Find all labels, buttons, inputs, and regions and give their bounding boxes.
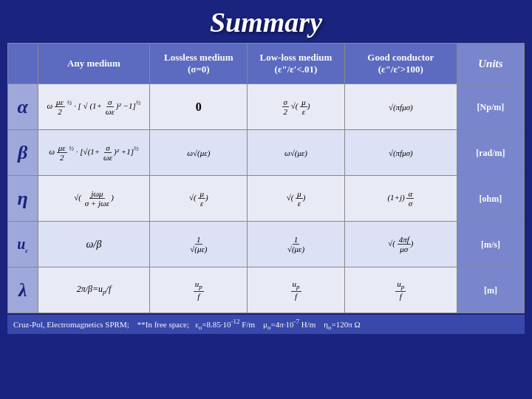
formula-lambda-any: 2π/β=up/f bbox=[38, 267, 150, 313]
units-lambda: [m] bbox=[457, 267, 524, 313]
header-good-conductor: Good conductor(ε"/ε'>100) bbox=[344, 44, 457, 84]
symbol-alpha: α bbox=[8, 84, 38, 130]
units-uc: [m/s] bbox=[457, 222, 524, 267]
header-lowloss: Low-loss medium(ε"/ε'<.01) bbox=[248, 44, 345, 84]
formula-eta-lowloss: √( μ ε ) bbox=[248, 176, 345, 222]
formula-beta-lowloss: ω√(με) bbox=[248, 130, 345, 176]
page-wrapper: Summary Any medium Lossless medium(σ=0) … bbox=[0, 0, 532, 399]
formula-lambda-lowloss: up f bbox=[248, 267, 345, 313]
formula-alpha-lowloss: σ 2 √( μ ε ) bbox=[248, 84, 345, 130]
header-symbol bbox=[8, 44, 38, 84]
formula-alpha-lossless: 0 bbox=[150, 84, 248, 130]
formula-beta-lossless: ω√(με) bbox=[150, 130, 248, 176]
footer-row: Cruz-Pol, Electromagnetics SPRM; **In fr… bbox=[7, 315, 525, 334]
header-any-medium: Any medium bbox=[38, 44, 150, 84]
table-row-eta: η √( jωμ σ + jωε ) bbox=[8, 176, 525, 222]
formula-alpha-any: ω με 2 ½ · [ √ (1+ σ bbox=[38, 84, 150, 130]
symbol-eta: η bbox=[8, 176, 38, 222]
footer-text: Cruz-Pol, Electromagnetics SPRM; **In fr… bbox=[13, 318, 361, 331]
symbol-beta: β bbox=[8, 130, 38, 176]
formula-uc-lowloss: 1 √(με) bbox=[248, 222, 345, 267]
header-lossless: Lossless medium(σ=0) bbox=[150, 44, 248, 84]
formula-beta-any: ω με 2 ½ · [√(1+ σ ωε )² bbox=[38, 130, 150, 176]
table-row-lambda: λ 2π/β=up/f up f bbox=[8, 267, 525, 313]
table-row-beta: β ω με 2 ½ · [√(1+ bbox=[8, 130, 525, 176]
formula-uc-good: √( 4πf μσ ) bbox=[344, 222, 457, 267]
formula-uc-lossless: 1 √(με) bbox=[150, 222, 248, 267]
symbol-uc: uc bbox=[8, 222, 38, 267]
formula-eta-good: (1+j) α σ bbox=[344, 176, 457, 222]
units-eta: [ohm] bbox=[457, 176, 524, 222]
formula-uc-any: ω/β bbox=[38, 222, 150, 267]
formula-alpha-good: √(πfμσ) bbox=[344, 84, 457, 130]
formula-lambda-lossless: up f bbox=[150, 267, 248, 313]
units-alpha: [Np/m] bbox=[457, 84, 524, 130]
table-row-uc: uc ω/β 1 √(με) bbox=[8, 222, 525, 267]
summary-table: Any medium Lossless medium(σ=0) Low-loss… bbox=[7, 43, 525, 313]
header-units: Units bbox=[457, 44, 524, 84]
page-title: Summary bbox=[210, 6, 322, 38]
units-beta: [rad/m] bbox=[457, 130, 524, 176]
symbol-lambda: λ bbox=[8, 267, 38, 313]
formula-eta-any: √( jωμ σ + jωε ) bbox=[38, 176, 150, 222]
formula-beta-good: √(πfμσ) bbox=[344, 130, 457, 176]
formula-lambda-good: up f bbox=[344, 267, 457, 313]
table-row-alpha: α ω με 2 ½ · [ bbox=[8, 84, 525, 130]
formula-eta-lossless: √( μ ε ) bbox=[150, 176, 248, 222]
table-header-row: Any medium Lossless medium(σ=0) Low-loss… bbox=[8, 44, 525, 84]
